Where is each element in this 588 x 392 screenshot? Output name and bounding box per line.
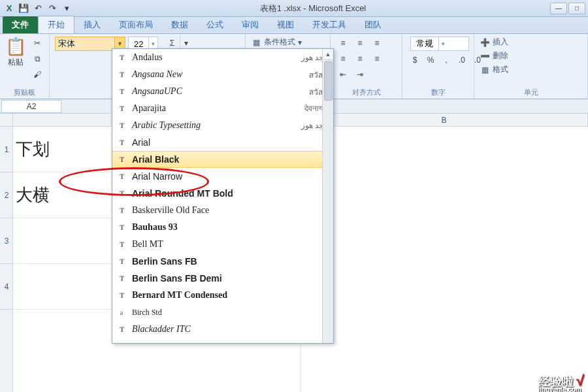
font-option[interactable]: 𝐓Bell MT	[112, 236, 333, 253]
save-icon[interactable]: 💾	[18, 3, 29, 14]
align-middle-icon[interactable]: ≡	[353, 37, 367, 50]
insert-cells-button[interactable]: ➕插入	[480, 37, 508, 48]
autosum-dd-icon[interactable]: ▾	[179, 37, 193, 50]
indent-dec-icon[interactable]: ⇤	[336, 68, 350, 81]
font-option[interactable]: 𝐓Angsana Newสวัสดี	[112, 66, 333, 83]
font-option[interactable]: 𝐓Andalusأبجد هوز	[112, 49, 333, 66]
scroll-up-icon[interactable]: ▲	[323, 49, 333, 60]
font-dropdown-scrollbar[interactable]: ▲	[322, 49, 333, 343]
row-header[interactable]: 1	[0, 127, 13, 172]
tab-team[interactable]: 团队	[355, 16, 391, 33]
truetype-icon: 𝐓	[116, 71, 127, 79]
font-option[interactable]: 𝐓AngsanaUPCสวัสดี	[112, 83, 333, 100]
font-option[interactable]: 𝐓Bauhaus 93	[112, 219, 333, 236]
truetype-icon: 𝐓	[116, 122, 127, 130]
tab-developer[interactable]: 开发工具	[303, 16, 355, 33]
tab-page-layout[interactable]: 页面布局	[110, 16, 162, 33]
paste-label: 粘贴	[8, 57, 24, 68]
ribbon-tabs: 文件 开始 插入 页面布局 数据 公式 审阅 视图 开发工具 团队	[0, 17, 588, 34]
increase-decimal-icon[interactable]: .0	[455, 54, 469, 67]
tab-view[interactable]: 视图	[268, 16, 303, 33]
copy-icon[interactable]: ⧉	[30, 52, 44, 65]
truetype-icon: 𝐓	[116, 172, 127, 181]
group-alignment: ≡ ≡ ≡ ≡ ≡ ≡ ⇤ ⇥ 对齐方式	[331, 34, 402, 99]
window-title: 表格1 .xlsx - Microsoft Excel	[76, 3, 550, 14]
font-option[interactable]: 𝐓Aparajitaदेवनागरी	[112, 100, 333, 117]
maximize-button[interactable]: □	[568, 3, 585, 14]
percent-icon[interactable]: %	[423, 54, 438, 67]
truetype-icon: 𝐓	[116, 291, 127, 300]
font-option[interactable]: 𝐓Berlin Sans FB	[112, 253, 333, 270]
quick-access-toolbar: X 💾 ↶ ↷ ▾	[0, 3, 76, 14]
align-right-icon[interactable]: ≡	[370, 52, 384, 65]
font-option[interactable]: 𝐓Arial	[112, 134, 333, 151]
font-option[interactable]: 𝐓Bernard MT Condensed	[112, 287, 333, 304]
font-dropdown-list[interactable]: ▲ 𝐓Andalusأبجد هوز𝐓Angsana Newสวัสดี𝐓Ang…	[112, 48, 334, 344]
undo-icon[interactable]: ↶	[33, 3, 43, 14]
row-header[interactable]: 4	[0, 264, 13, 310]
tab-insert[interactable]: 插入	[74, 16, 110, 33]
title-bar: X 💾 ↶ ↷ ▾ 表格1 .xlsx - Microsoft Excel — …	[0, 0, 588, 17]
group-number-label: 数字	[408, 86, 468, 97]
scroll-thumb[interactable]	[324, 61, 333, 101]
truetype-icon: 𝐓	[116, 223, 127, 232]
truetype-icon: 𝐓	[116, 155, 127, 164]
font-option[interactable]: 𝐓Berlin Sans FB Demi	[112, 270, 333, 287]
group-clipboard-label: 剪贴板	[5, 86, 44, 97]
qat-dropdown-icon[interactable]: ▾	[61, 3, 72, 14]
number-format-combobox[interactable]: 常规▾	[410, 37, 469, 51]
align-bottom-icon[interactable]: ≡	[370, 37, 384, 50]
font-option[interactable]: 𝐓Arabic Typesettingأبجد هوز	[112, 117, 333, 134]
format-cells-button[interactable]: ▦格式	[480, 64, 508, 75]
truetype-icon: 𝐓	[116, 139, 127, 147]
autosum-icon[interactable]: Σ	[165, 37, 179, 50]
comma-icon[interactable]: ,	[439, 54, 453, 67]
group-cells-label: 单元	[480, 86, 582, 97]
currency-icon[interactable]: $	[408, 54, 422, 67]
font-option[interactable]: aBirch Std	[112, 304, 333, 321]
truetype-icon: 𝐓	[116, 274, 127, 283]
align-center-icon[interactable]: ≡	[353, 52, 367, 65]
window-controls: — □	[550, 3, 588, 14]
truetype-icon: 𝐓	[116, 54, 127, 62]
truetype-icon: 𝐓	[116, 257, 127, 266]
truetype-icon: 𝐓	[116, 240, 127, 249]
font-option[interactable]: 𝐓Arial Narrow	[112, 168, 333, 185]
select-all-corner[interactable]	[0, 114, 13, 127]
redo-icon[interactable]: ↷	[47, 3, 57, 14]
group-clipboard: 📋 粘贴 ✂ ⧉ 🖌 剪贴板	[0, 34, 50, 99]
group-font: ▼ 22 ▾ Σ ▾ ▲ 𝐓Andalusأبجد هوز𝐓Angsana Ne…	[50, 34, 180, 99]
cut-icon[interactable]: ✂	[30, 37, 44, 50]
font-option[interactable]: 𝐓Arial Black	[112, 151, 333, 168]
paste-button[interactable]: 📋 粘贴	[5, 37, 26, 68]
font-option[interactable]: 𝐓Blackadder ITC	[112, 321, 333, 338]
name-box[interactable]: A2	[1, 100, 61, 113]
conditional-formatting-button[interactable]: ▦条件格式▾	[251, 37, 318, 48]
minimize-button[interactable]: —	[550, 3, 567, 14]
tab-home[interactable]: 开始	[38, 16, 74, 33]
align-left-icon[interactable]: ≡	[336, 52, 350, 65]
format-painter-icon[interactable]: 🖌	[30, 68, 44, 81]
group-cells: ➕插入 ➖删除 ▦格式 单元	[474, 34, 588, 99]
col-header-b[interactable]: B	[301, 114, 588, 127]
font-option[interactable]: 𝐓Arial Rounded MT Bold	[112, 185, 333, 202]
align-top-icon[interactable]: ≡	[336, 37, 350, 50]
row-header[interactable]: 3	[0, 218, 13, 264]
delete-cells-button[interactable]: ➖删除	[480, 50, 508, 61]
tab-formulas[interactable]: 公式	[197, 16, 233, 33]
row-header[interactable]: 2	[0, 172, 13, 218]
truetype-icon: 𝐓	[116, 105, 127, 113]
group-alignment-label: 对齐方式	[336, 86, 397, 97]
indent-inc-icon[interactable]: ⇥	[353, 68, 367, 81]
font-name-input[interactable]	[56, 39, 114, 49]
watermark-url: jingyanla.com	[538, 386, 581, 392]
truetype-icon: 𝐓	[116, 189, 127, 198]
truetype-icon: 𝐓	[116, 88, 127, 96]
truetype-icon: 𝐓	[116, 325, 127, 334]
truetype-icon: 𝐓	[116, 206, 127, 215]
font-option[interactable]: 𝐓Baskerville Old Face	[112, 202, 333, 219]
file-tab[interactable]: 文件	[3, 16, 38, 33]
tab-data[interactable]: 数据	[162, 16, 197, 33]
clipboard-icon: 📋	[5, 37, 26, 57]
tab-review[interactable]: 审阅	[233, 16, 268, 33]
